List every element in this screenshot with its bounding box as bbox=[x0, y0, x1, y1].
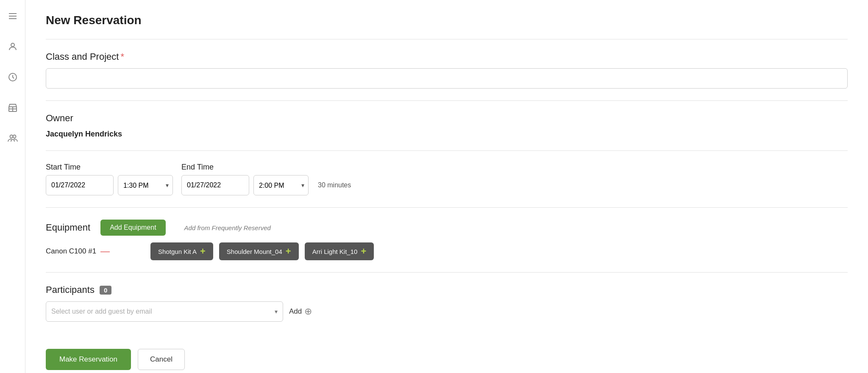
svg-point-8 bbox=[10, 135, 13, 138]
frequently-reserved-buttons: Shotgun Kit A + Shoulder Mount_04 + Arri… bbox=[150, 242, 374, 260]
equipment-label: Equipment bbox=[46, 222, 90, 233]
class-project-input[interactable] bbox=[46, 68, 848, 89]
end-time-inputs: 2:00 PM 1:30 PM 2:30 PM ▾ 30 minutes bbox=[181, 175, 351, 195]
store-icon[interactable] bbox=[5, 100, 20, 115]
equipment-row: Canon C100 #1 — Shotgun Kit A + Shoulder… bbox=[46, 242, 848, 260]
freq-btn-shoulder-label: Shoulder Mount_04 bbox=[227, 248, 282, 255]
freq-btn-shotgun[interactable]: Shotgun Kit A + bbox=[150, 242, 213, 260]
end-time-select[interactable]: 2:00 PM 1:30 PM 2:30 PM bbox=[253, 175, 309, 195]
start-time-group: Start Time 1:30 PM 1:00 PM 2:00 PM ▾ bbox=[46, 163, 173, 195]
time-row: Start Time 1:30 PM 1:00 PM 2:00 PM ▾ bbox=[46, 163, 848, 195]
owner-name: Jacquelyn Hendricks bbox=[46, 130, 848, 139]
participants-badge: 0 bbox=[100, 286, 111, 295]
svg-point-9 bbox=[13, 135, 16, 138]
end-date-input[interactable] bbox=[181, 175, 249, 195]
frequently-reserved-label: Add from Frequently Reserved bbox=[184, 224, 271, 231]
freq-btn-arri[interactable]: Arri Light Kit_10 + bbox=[305, 242, 374, 260]
user-icon[interactable] bbox=[5, 39, 20, 54]
svg-point-3 bbox=[11, 43, 14, 47]
end-time-label: End Time bbox=[181, 163, 351, 172]
add-participant-circle-icon: ⊕ bbox=[304, 306, 312, 317]
participants-select-wrap[interactable]: Select user or add guest by email ▾ bbox=[46, 301, 283, 322]
equipment-item-canon: Canon C100 #1 — bbox=[46, 247, 110, 256]
class-project-label: Class and Project* bbox=[46, 51, 848, 62]
freq-btn-shoulder-plus-icon: + bbox=[286, 247, 291, 256]
equipment-header: Equipment Add Equipment Add from Frequen… bbox=[46, 220, 848, 236]
page-title: New Reservation bbox=[46, 14, 848, 27]
add-equipment-button[interactable]: Add Equipment bbox=[100, 220, 165, 236]
group-icon[interactable] bbox=[5, 131, 20, 146]
class-project-section: Class and Project* bbox=[46, 39, 848, 100]
start-date-input[interactable] bbox=[46, 175, 114, 195]
cancel-button[interactable]: Cancel bbox=[138, 349, 185, 370]
action-row: Make Reservation Cancel bbox=[46, 349, 848, 373]
participants-chevron-icon: ▾ bbox=[275, 308, 283, 315]
participants-input-row: Select user or add guest by email ▾ Add … bbox=[46, 301, 848, 322]
main-content: New Reservation Class and Project* Owner… bbox=[25, 0, 868, 373]
app-container: New Reservation Class and Project* Owner… bbox=[0, 0, 868, 373]
add-participant-button[interactable]: Add ⊕ bbox=[289, 306, 312, 317]
owner-section: Owner Jacquelyn Hendricks bbox=[46, 100, 848, 150]
participants-header: Participants 0 bbox=[46, 284, 848, 295]
owner-label: Owner bbox=[46, 113, 848, 124]
time-section: Start Time 1:30 PM 1:00 PM 2:00 PM ▾ bbox=[46, 150, 848, 207]
sidebar bbox=[0, 0, 25, 373]
start-time-select[interactable]: 1:30 PM 1:00 PM 2:00 PM bbox=[118, 175, 173, 195]
freq-btn-arri-label: Arri Light Kit_10 bbox=[312, 248, 358, 255]
participants-label: Participants bbox=[46, 284, 95, 295]
required-star: * bbox=[120, 51, 124, 62]
clock-icon[interactable] bbox=[5, 70, 20, 85]
end-time-select-wrap: 2:00 PM 1:30 PM 2:30 PM ▾ bbox=[253, 175, 309, 195]
start-time-label: Start Time bbox=[46, 163, 173, 172]
start-time-inputs: 1:30 PM 1:00 PM 2:00 PM ▾ bbox=[46, 175, 173, 195]
freq-btn-shotgun-label: Shotgun Kit A bbox=[158, 248, 197, 255]
remove-equipment-icon[interactable]: — bbox=[100, 247, 110, 256]
start-time-select-wrap: 1:30 PM 1:00 PM 2:00 PM ▾ bbox=[118, 175, 173, 195]
participants-placeholder: Select user or add guest by email bbox=[46, 308, 275, 315]
menu-icon[interactable] bbox=[5, 8, 20, 24]
equipment-item-name: Canon C100 #1 bbox=[46, 247, 96, 256]
end-time-group: End Time 2:00 PM 1:30 PM 2:30 PM ▾ 30 mi… bbox=[181, 163, 351, 195]
add-participant-label: Add bbox=[289, 307, 302, 316]
freq-btn-arri-plus-icon: + bbox=[361, 247, 366, 256]
freq-btn-shoulder[interactable]: Shoulder Mount_04 + bbox=[219, 242, 299, 260]
freq-btn-shotgun-plus-icon: + bbox=[200, 247, 206, 256]
make-reservation-button[interactable]: Make Reservation bbox=[46, 349, 131, 370]
equipment-section: Equipment Add Equipment Add from Frequen… bbox=[46, 207, 848, 272]
duration-text: 30 minutes bbox=[318, 181, 351, 189]
participants-section: Participants 0 Select user or add guest … bbox=[46, 272, 848, 334]
